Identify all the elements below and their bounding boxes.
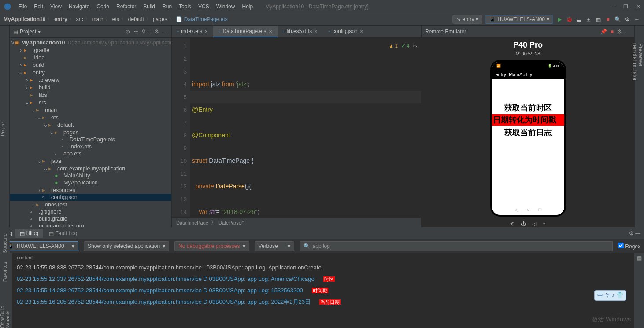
- menu-refactor[interactable]: Refactor: [113, 4, 140, 10]
- side-variants[interactable]: OhosBuild Variants: [0, 291, 10, 328]
- menu-edit[interactable]: Edit: [30, 4, 47, 10]
- tree-item[interactable]: ▫config.json: [10, 194, 171, 201]
- editor-body[interactable]: 1234567891011121314 ▲ 1 ✔ 4 ヘ import jst…: [172, 38, 421, 217]
- tree-item[interactable]: ⌄▸com.example.myapplication: [10, 165, 171, 172]
- editor-breadcrumb[interactable]: DataTimePage 〉 DateParse(): [172, 217, 421, 227]
- menu-tools[interactable]: Tools: [175, 4, 195, 10]
- side-structure[interactable]: Structure: [2, 233, 7, 253]
- tree-item[interactable]: ▫.gitignore: [10, 208, 171, 215]
- editor-tab[interactable]: ▫config.json✕: [323, 26, 369, 37]
- attach-icon[interactable]: ▦: [595, 16, 602, 23]
- log-settings-icon[interactable]: ⚙ —: [629, 230, 640, 236]
- menu-navigate[interactable]: Navigate: [65, 4, 93, 10]
- log-device-select[interactable]: 📱 HUAWEI ELS-AN00 ▾: [4, 241, 78, 251]
- tree-item[interactable]: ▫index.ets: [10, 143, 171, 150]
- tree-item[interactable]: ›▸.gradle: [10, 46, 171, 54]
- hide-icon[interactable]: —: [163, 29, 168, 35]
- home-icon[interactable]: ○: [542, 221, 545, 227]
- expand-icon[interactable]: ⚏: [133, 29, 138, 35]
- log-level-select[interactable]: Verbose ▾: [255, 241, 294, 251]
- ime-indicator[interactable]: 中 ㄅ ♪ 👕: [594, 290, 626, 301]
- log-layout-icon[interactable]: ▤: [637, 255, 642, 261]
- select-icon[interactable]: ⚲: [142, 29, 146, 35]
- log-tab-hilog[interactable]: ▤ Hilog: [15, 229, 43, 238]
- editor-tab[interactable]: ▫DataTimePage.ets✕: [213, 26, 277, 37]
- log-content[interactable]: content 02-23 15:55:08.838 26752-28544/c…: [12, 253, 634, 328]
- editor-tab[interactable]: ▫lib.es5.d.ts✕: [278, 26, 323, 37]
- phone-screen[interactable]: 📶🔋 3:55 entry_MainAbility 获取当前时区 日期转化为时间…: [492, 62, 564, 215]
- bc-item[interactable]: src: [76, 16, 83, 22]
- tree-item[interactable]: ›▸build: [10, 61, 171, 69]
- tree-item[interactable]: ▸.idea: [10, 54, 171, 61]
- device-select[interactable]: 📱 HUAWEI ELS-AN00 ▾: [485, 15, 553, 24]
- tree-item[interactable]: ●MainAbility: [10, 172, 171, 179]
- log-regex-checkbox[interactable]: Regex: [618, 243, 640, 250]
- back-icon[interactable]: ◁: [532, 221, 536, 227]
- log-filter-app[interactable]: Show only selected application ▾: [84, 241, 169, 251]
- minimize-icon[interactable]: —: [610, 4, 615, 10]
- editor-tab[interactable]: ▫index.ets✕: [172, 26, 213, 37]
- stop-icon[interactable]: ■: [604, 16, 611, 23]
- stop-emulator-icon[interactable]: ■: [611, 29, 614, 35]
- inspection-bar[interactable]: ▲ 1 ✔ 4 ヘ: [389, 40, 418, 52]
- phone-button-2[interactable]: 日期转化为时间戳: [492, 114, 564, 126]
- search-icon[interactable]: 🔍: [614, 16, 621, 23]
- tree-item[interactable]: ⌄▸src: [10, 99, 171, 106]
- run-config-select[interactable]: ↘ entry ▾: [452, 15, 483, 24]
- menu-build[interactable]: Build: [140, 4, 159, 10]
- phone-button-3[interactable]: 获取当前日志: [492, 126, 564, 139]
- profile-icon[interactable]: ⊞: [585, 16, 592, 23]
- tree-item[interactable]: ⌄▸default: [10, 121, 171, 129]
- options-icon[interactable]: ⚙: [154, 29, 159, 35]
- menu-code[interactable]: Code: [93, 4, 113, 10]
- bc-item[interactable]: 📄 DataTimePage.ets: [176, 16, 227, 22]
- rotate-icon[interactable]: ⟲: [510, 221, 514, 227]
- bc-item[interactable]: default: [128, 16, 144, 22]
- tree-item[interactable]: ▫build.gradle: [10, 215, 171, 222]
- maximize-icon[interactable]: ❐: [623, 4, 628, 10]
- tree-item[interactable]: ●MyApplication: [10, 179, 171, 186]
- side-favorites[interactable]: Favorites: [2, 262, 7, 282]
- menu-help[interactable]: Help: [238, 4, 256, 10]
- close-tab-icon[interactable]: ✕: [204, 29, 208, 34]
- menu-window[interactable]: Window: [213, 4, 239, 10]
- tree-item[interactable]: ›▸resources: [10, 186, 171, 194]
- phone-button-1[interactable]: 获取当前时区: [492, 101, 564, 114]
- bc-item[interactable]: main: [92, 16, 104, 22]
- tree-item[interactable]: ⌄▸pages: [10, 129, 171, 136]
- emulator-settings-icon[interactable]: ⚙: [617, 29, 622, 35]
- tree-item[interactable]: ⌄▸main: [10, 106, 171, 114]
- settings-icon[interactable]: ⚙: [624, 16, 631, 23]
- log-tab-fault[interactable]: ▤ Fault Log: [44, 229, 81, 238]
- tree-item[interactable]: ⌄▸entry: [10, 69, 171, 76]
- power-icon[interactable]: ⏻: [521, 221, 526, 227]
- menu-file[interactable]: File: [15, 4, 30, 10]
- tree-item[interactable]: ▸libs: [10, 91, 171, 99]
- log-filter-process[interactable]: No debuggable processes ▾: [174, 241, 249, 251]
- emulator-hide-icon[interactable]: —: [625, 29, 631, 35]
- run-icon[interactable]: ▶: [556, 16, 563, 23]
- bc-item[interactable]: entry: [54, 16, 67, 22]
- tree-item[interactable]: ›▸.preview: [10, 76, 171, 84]
- close-tab-icon[interactable]: ✕: [269, 29, 272, 34]
- debug-icon[interactable]: 🐞: [566, 16, 573, 23]
- close-tab-icon[interactable]: ✕: [360, 29, 363, 34]
- close-tab-icon[interactable]: ✕: [314, 29, 318, 34]
- tree-item[interactable]: ▫DataTimePage.ets: [10, 136, 171, 143]
- tree-root[interactable]: v▣ MyApplication10 D:\zhuomian\MyApplica…: [10, 39, 171, 46]
- bc-item[interactable]: pages: [153, 16, 167, 22]
- tree-item[interactable]: ▫app.ets: [10, 150, 171, 157]
- tree-item[interactable]: ⌄▸ets: [10, 114, 171, 121]
- menu-vcs[interactable]: VCS: [195, 4, 213, 10]
- close-icon[interactable]: ✕: [636, 4, 640, 10]
- left-sidebar-tabs[interactable]: Project: [0, 26, 10, 227]
- collapse-icon[interactable]: ⊙: [126, 29, 130, 35]
- sync-icon[interactable]: ↔: [633, 16, 640, 23]
- bc-item[interactable]: ets: [112, 16, 119, 22]
- tree-item[interactable]: ▫proguard-rules.pro: [10, 222, 171, 227]
- menu-view[interactable]: View: [47, 4, 65, 10]
- tree-item[interactable]: ›▸build: [10, 84, 171, 91]
- tree-item[interactable]: ⌄▸java: [10, 157, 171, 165]
- log-search-input[interactable]: 🔍 app log: [300, 241, 613, 251]
- bc-item[interactable]: MyApplication10: [4, 16, 45, 22]
